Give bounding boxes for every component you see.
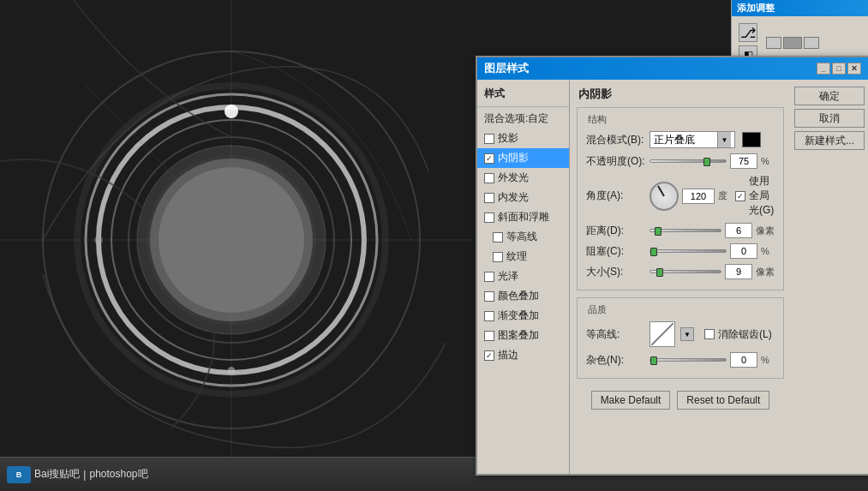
style-item-drop-shadow[interactable]: 投影 [477, 129, 569, 148]
choke-slider-thumb[interactable] [650, 248, 657, 256]
size-slider-track[interactable] [650, 270, 721, 273]
structure-content: 混合模式(B): 正片叠底 ▼ 不透明度(O): [578, 126, 783, 290]
opacity-slider-thumb[interactable] [703, 158, 710, 166]
size-unit: 像素 [756, 266, 775, 278]
gradient-overlay-checkbox[interactable] [484, 311, 494, 321]
svg-point-12 [228, 367, 235, 374]
style-item-gradient-overlay[interactable]: 渐变叠加 [477, 306, 569, 326]
style-item-texture[interactable]: 纹理 [477, 247, 569, 266]
taskbar-logo-text: Bai搜贴吧 [34, 467, 80, 482]
distance-slider-track[interactable] [650, 229, 721, 232]
color-overlay-checkbox[interactable] [484, 291, 494, 302]
contour-dropdown-arrow[interactable]: ▼ [680, 327, 694, 341]
satin-label: 光泽 [498, 269, 518, 284]
svg-point-15 [159, 167, 304, 313]
style-item-bevel-emboss[interactable]: 斜面和浮雕 [477, 207, 569, 227]
choke-row: 阻塞(C): % [586, 243, 775, 259]
style-item-satin[interactable]: 光泽 [477, 266, 569, 286]
size-slider-thumb[interactable] [656, 268, 663, 277]
size-input[interactable] [725, 264, 752, 279]
style-item-inner-shadow[interactable]: ✓ 内阴影 [477, 148, 569, 168]
maximize-button[interactable]: □ [832, 63, 846, 75]
blend-mode-row: 混合模式(B): 正片叠底 ▼ [586, 131, 775, 148]
noise-slider-thumb[interactable] [650, 356, 657, 365]
contour-checkbox[interactable] [493, 232, 503, 243]
bevel-emboss-checkbox[interactable] [484, 213, 494, 223]
panel-btn1[interactable] [766, 37, 781, 49]
inner-shadow-checkbox[interactable]: ✓ [484, 153, 494, 164]
blend-color-swatch[interactable] [742, 132, 761, 147]
angle-row: 角度(A): 度 ✓ 使用全局光(G) [586, 174, 775, 218]
quality-content: 等高线: ▼ 消除锯齿(L) [578, 316, 783, 378]
style-item-color-overlay[interactable]: 颜色叠加 [477, 286, 569, 306]
dialog-bottom-buttons: Make Default Reset to Default [577, 386, 784, 415]
choke-slider-track[interactable] [650, 249, 727, 253]
blend-mode-dropdown[interactable]: 正片叠底 ▼ [650, 131, 735, 148]
texture-label: 纹理 [506, 249, 527, 264]
angle-dial[interactable] [650, 182, 679, 211]
taskbar-app-name: photoshop吧 [89, 467, 147, 482]
global-light-checkbox[interactable]: ✓ [735, 191, 745, 201]
outer-glow-checkbox[interactable] [484, 173, 494, 183]
panel-right: 内阴影 结构 混合模式(B): 正片叠底 ▼ [570, 80, 791, 474]
panel-btn3[interactable] [804, 37, 819, 49]
blend-mode-label: 混合模式(B): [586, 133, 646, 147]
quality-section: 品质 等高线: [577, 297, 784, 379]
contour-label: 等高线 [506, 230, 537, 244]
right-panel: 添加调整 ⎇ ◧ [731, 0, 868, 60]
texture-checkbox[interactable] [493, 252, 503, 262]
style-panel: 内阴影 结构 混合模式(B): 正片叠底 ▼ [570, 80, 791, 474]
style-item-blending[interactable]: 混合选项:自定 [477, 109, 569, 129]
noise-input[interactable] [730, 352, 757, 368]
angle-input[interactable] [682, 189, 715, 204]
contour-preview[interactable] [650, 321, 675, 347]
reset-to-default-button[interactable]: Reset to Default [677, 391, 769, 410]
drop-shadow-checkbox[interactable] [484, 134, 494, 144]
opacity-row: 不透明度(O): % [586, 153, 775, 169]
style-item-contour[interactable]: 等高线 [477, 227, 569, 247]
close-button[interactable]: ✕ [847, 63, 861, 75]
choke-slider-container: % [650, 243, 775, 259]
pattern-overlay-checkbox[interactable] [484, 331, 494, 341]
svg-point-13 [94, 236, 103, 244]
stroke-checkbox[interactable]: ✓ [484, 350, 494, 361]
drop-shadow-label: 投影 [498, 131, 518, 146]
style-item-pattern-overlay[interactable]: 图案叠加 [477, 326, 569, 345]
opacity-input[interactable] [730, 153, 757, 169]
right-panel-title: 添加调整 [732, 0, 868, 16]
pattern-overlay-label: 图案叠加 [498, 328, 539, 343]
choke-input[interactable] [730, 243, 757, 259]
satin-checkbox[interactable] [484, 272, 494, 282]
panel-btn2[interactable] [783, 37, 802, 49]
taskbar-separator: | [83, 469, 86, 481]
angle-unit: 度 [718, 189, 732, 202]
style-item-stroke[interactable]: ✓ 描边 [477, 345, 569, 365]
distance-input[interactable] [725, 223, 752, 238]
style-item-outer-glow[interactable]: 外发光 [477, 168, 569, 188]
structure-label: 结构 [584, 113, 610, 126]
distance-unit: 像素 [756, 225, 775, 237]
style-item-inner-glow[interactable]: 内发光 [477, 188, 569, 207]
svg-point-11 [224, 105, 238, 118]
antialias-label: 消除锯齿(L) [718, 327, 772, 342]
ok-button[interactable]: 确定 [794, 87, 865, 105]
distance-label: 距离(D): [586, 224, 646, 238]
distance-slider-thumb[interactable] [655, 227, 661, 236]
noise-label: 杂色(N): [586, 353, 646, 368]
outer-glow-label: 外发光 [498, 171, 529, 185]
antialias-checkbox[interactable] [704, 329, 715, 339]
noise-slider-track[interactable] [650, 358, 727, 362]
new-style-button[interactable]: 新建样式... [794, 131, 865, 150]
inner-glow-label: 内发光 [498, 190, 529, 205]
make-default-button[interactable]: Make Default [591, 391, 671, 410]
size-row: 大小(S): 像素 [586, 264, 775, 279]
quality-label: 品质 [584, 303, 610, 316]
layer-style-dialog: 图层样式 _ □ ✕ 样式 混合选项:自定 投影 ✓ 内阴 [476, 56, 868, 476]
opacity-slider-track[interactable] [650, 159, 727, 163]
inner-glow-checkbox[interactable] [484, 193, 494, 203]
color-overlay-label: 颜色叠加 [498, 289, 539, 303]
contour-setting-label: 等高线: [586, 327, 646, 342]
size-label: 大小(S): [586, 265, 646, 279]
cancel-button[interactable]: 取消 [794, 109, 865, 128]
minimize-button[interactable]: _ [817, 63, 830, 75]
